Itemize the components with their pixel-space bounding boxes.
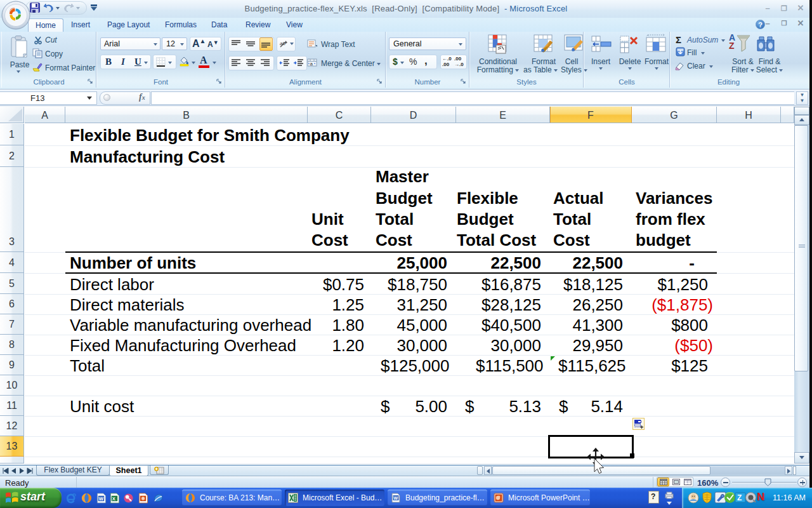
svg-text:W: W	[99, 496, 104, 502]
svg-text:Z: Z	[737, 493, 742, 502]
svg-text:ab: ab	[280, 41, 285, 46]
svg-text:W: W	[394, 496, 398, 500]
svg-text:a: a	[310, 61, 313, 67]
svg-text:X: X	[112, 496, 115, 502]
